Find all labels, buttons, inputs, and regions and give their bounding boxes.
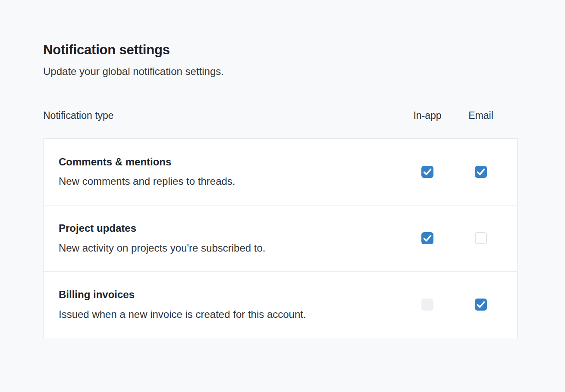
row-title: Comments & mentions: [59, 156, 401, 168]
checkbox-projects-email[interactable]: [475, 232, 487, 244]
table-row-project-updates: Project updates New activity on projects…: [44, 205, 517, 271]
in-app-cell: [401, 166, 454, 178]
email-cell: [454, 166, 508, 178]
row-title: Billing invoices: [59, 289, 401, 301]
checkbox-projects-in-app[interactable]: [421, 232, 433, 244]
check-icon: [421, 166, 433, 178]
column-header-email: Email: [454, 110, 508, 121]
row-text: Project updates New activity on projects…: [59, 222, 401, 255]
in-app-cell: [401, 232, 454, 244]
email-cell: [454, 299, 508, 311]
notification-table: Comments & mentions New comments and rep…: [43, 138, 518, 338]
notification-settings-page: Notification settings Update your global…: [43, 0, 518, 338]
check-icon: [475, 166, 487, 178]
row-description: New comments and replies to threads.: [59, 175, 401, 188]
check-icon: [421, 232, 433, 244]
row-text: Comments & mentions New comments and rep…: [59, 156, 401, 188]
row-text: Billing invoices Issued when a new invoi…: [59, 289, 401, 321]
divider: [43, 97, 518, 97]
checkbox-billing-in-app: [421, 299, 433, 311]
row-description: Issued when a new invoice is created for…: [59, 308, 401, 321]
table-header: Notification type In-app Email: [43, 110, 518, 121]
table-row-comments-mentions: Comments & mentions New comments and rep…: [44, 139, 517, 205]
checkbox-comments-email[interactable]: [475, 166, 487, 178]
checkbox-billing-email[interactable]: [475, 299, 487, 311]
row-title: Project updates: [59, 222, 401, 235]
row-description: New activity on projects you're subscrib…: [59, 242, 401, 255]
check-icon: [475, 299, 487, 311]
page-title: Notification settings: [43, 42, 518, 59]
column-header-in-app: In-app: [401, 110, 454, 121]
in-app-cell: [401, 299, 454, 311]
table-row-billing-invoices: Billing invoices Issued when a new invoi…: [44, 271, 517, 338]
column-header-notification-type: Notification type: [43, 110, 401, 121]
checkbox-comments-in-app[interactable]: [421, 166, 433, 178]
page-subtitle: Update your global notification settings…: [43, 65, 518, 78]
email-cell: [454, 232, 508, 244]
